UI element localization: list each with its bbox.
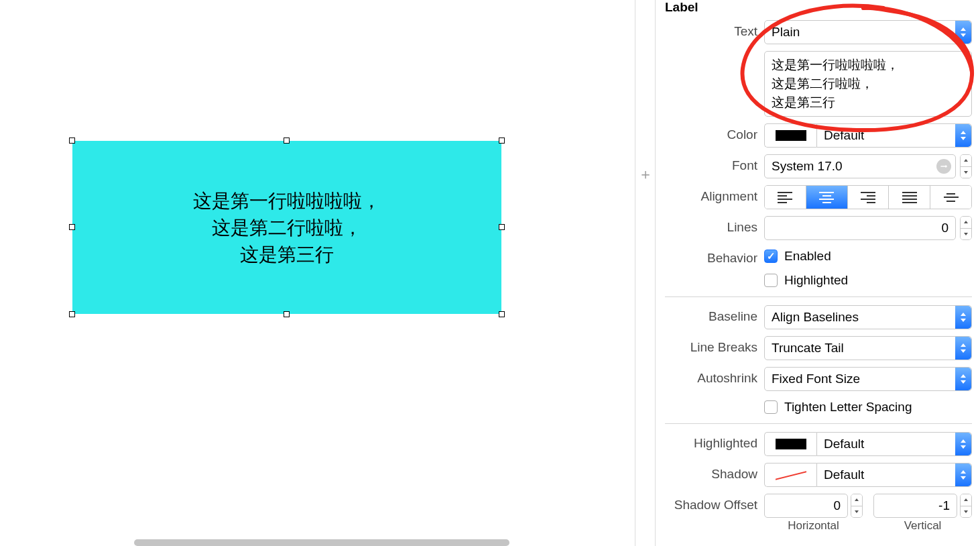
baseline-value: Align Baselines xyxy=(772,310,859,325)
text-color-swatch xyxy=(776,130,806,141)
alignment-segmented-control[interactable] xyxy=(764,185,972,209)
highlighted-row-label: Highlighted xyxy=(665,432,764,451)
enabled-checkbox[interactable] xyxy=(764,250,778,263)
shadow-offset-row-label: Shadow Offset xyxy=(665,494,764,512)
align-natural-icon xyxy=(944,193,959,202)
lines-row-label: Lines xyxy=(665,216,764,235)
resize-handle-bottom-right[interactable] xyxy=(499,311,505,317)
resize-handle-bottom-left[interactable] xyxy=(69,311,75,317)
stepper-up-icon[interactable] xyxy=(961,155,971,167)
align-justify-icon xyxy=(902,192,917,203)
popup-arrows-icon xyxy=(955,463,971,486)
add-attribute-icon[interactable]: ＋ xyxy=(638,164,653,184)
font-field[interactable]: System 17.0 xyxy=(764,154,956,178)
stepper-up-icon[interactable] xyxy=(851,494,862,506)
shadow-color-well[interactable] xyxy=(764,463,816,487)
stepper-down-icon[interactable] xyxy=(961,229,971,240)
resize-handle-mid-right[interactable] xyxy=(499,224,505,230)
text-type-popup[interactable]: Plain xyxy=(764,20,972,44)
section-title-label: Label xyxy=(665,0,972,20)
uilabel-text: 这是第一行啦啦啦啦， 这是第二行啦啦， 这是第三行 xyxy=(193,188,381,268)
linebreaks-popup[interactable]: Truncate Tail xyxy=(764,336,972,360)
stepper-down-icon[interactable] xyxy=(851,506,862,518)
canvas-horizontal-scroll-thumb[interactable] xyxy=(134,539,509,546)
align-left-button[interactable] xyxy=(765,186,806,209)
shadow-offset-vertical-value: -1 xyxy=(938,498,950,513)
resize-handle-top-left[interactable] xyxy=(69,138,75,144)
inspector-gutter: ＋ xyxy=(635,0,655,546)
autoshrink-value: Fixed Font Size xyxy=(772,372,860,386)
highlighted-color-popup[interactable]: Default xyxy=(816,432,972,456)
font-value: System 17.0 xyxy=(772,159,843,174)
text-row-label: Text xyxy=(665,20,764,39)
shadow-offset-vertical-field[interactable]: -1 xyxy=(873,494,957,518)
popup-arrows-icon xyxy=(955,337,971,360)
linebreaks-value: Truncate Tail xyxy=(772,341,844,356)
popup-arrows-icon xyxy=(955,306,971,329)
shadow-offset-horizontal-value: 0 xyxy=(833,498,841,513)
align-center-icon xyxy=(819,192,834,203)
popup-arrows-icon xyxy=(955,21,971,44)
shadow-offset-horizontal-caption: Horizontal xyxy=(788,519,839,533)
alignment-row-label: Alignment xyxy=(665,185,764,204)
resize-handle-top-right[interactable] xyxy=(499,138,505,144)
shadow-color-popup[interactable]: Default xyxy=(816,463,972,487)
baseline-popup[interactable]: Align Baselines xyxy=(764,305,972,329)
text-color-popup[interactable]: Default xyxy=(816,123,972,148)
stepper-up-icon[interactable] xyxy=(961,494,971,506)
autoshrink-popup[interactable]: Fixed Font Size xyxy=(764,367,972,391)
highlighted-color-well[interactable] xyxy=(764,432,816,456)
stepper-up-icon[interactable] xyxy=(961,217,971,229)
popup-arrows-icon xyxy=(955,124,971,147)
resize-handle-bottom-mid[interactable] xyxy=(284,311,290,317)
shadow-row-label: Shadow xyxy=(665,463,764,482)
stepper-down-icon[interactable] xyxy=(961,506,971,518)
highlighted-color-swatch xyxy=(776,439,806,449)
lines-field[interactable]: 0 xyxy=(764,216,956,240)
lines-value: 0 xyxy=(941,221,948,235)
section-divider xyxy=(665,296,972,297)
behavior-row-label: Behavior xyxy=(665,247,764,266)
popup-arrows-icon xyxy=(955,368,971,390)
align-natural-button[interactable] xyxy=(930,186,971,209)
shadow-offset-horizontal-field[interactable]: 0 xyxy=(764,494,848,518)
lines-stepper[interactable] xyxy=(960,216,972,240)
highlighted-checkbox-label: Highlighted xyxy=(784,273,848,288)
selected-uilabel[interactable]: 这是第一行啦啦啦啦， 这是第二行啦啦， 这是第三行 xyxy=(72,141,501,314)
shadow-offset-horizontal-stepper[interactable] xyxy=(851,494,863,518)
linebreaks-row-label: Line Breaks xyxy=(665,336,764,355)
align-center-button[interactable] xyxy=(806,186,848,209)
stepper-down-icon[interactable] xyxy=(961,167,971,178)
popup-arrows-icon xyxy=(955,433,971,455)
highlighted-checkbox[interactable] xyxy=(764,274,778,287)
font-size-stepper[interactable] xyxy=(960,154,972,178)
color-row-label: Color xyxy=(665,123,764,142)
resize-handle-mid-left[interactable] xyxy=(69,224,75,230)
tighten-spacing-label: Tighten Letter Spacing xyxy=(784,400,912,415)
attributes-inspector: Label Text Plain 这是第一行啦啦啦啦， 这是第二行啦啦， 这是第… xyxy=(655,0,980,546)
resize-handle-top-mid[interactable] xyxy=(284,138,290,144)
align-right-icon xyxy=(861,192,875,203)
align-right-button[interactable] xyxy=(848,186,890,209)
enabled-checkbox-label: Enabled xyxy=(784,249,831,264)
shadow-offset-vertical-caption: Vertical xyxy=(904,519,942,533)
shadow-color-value: Default xyxy=(824,468,864,482)
autoshrink-row-label: Autoshrink xyxy=(665,367,764,386)
font-picker-button[interactable] xyxy=(936,159,951,174)
align-left-icon xyxy=(778,192,792,203)
shadow-offset-vertical-stepper[interactable] xyxy=(960,494,972,518)
font-row-label: Font xyxy=(665,154,764,173)
highlighted-color-value: Default xyxy=(824,437,864,451)
shadow-color-swatch-none xyxy=(776,470,806,480)
baseline-row-label: Baseline xyxy=(665,305,764,324)
section-divider xyxy=(665,423,972,424)
text-color-well[interactable] xyxy=(764,123,816,148)
text-type-value: Plain xyxy=(772,25,800,40)
design-canvas[interactable]: 这是第一行啦啦啦啦， 这是第二行啦啦， 这是第三行 xyxy=(0,0,635,546)
text-color-value: Default xyxy=(824,128,864,143)
tighten-spacing-checkbox[interactable] xyxy=(764,400,778,414)
text-value-field[interactable]: 这是第一行啦啦啦啦， 这是第二行啦啦， 这是第三行 xyxy=(764,51,972,117)
align-justify-button[interactable] xyxy=(889,186,930,209)
